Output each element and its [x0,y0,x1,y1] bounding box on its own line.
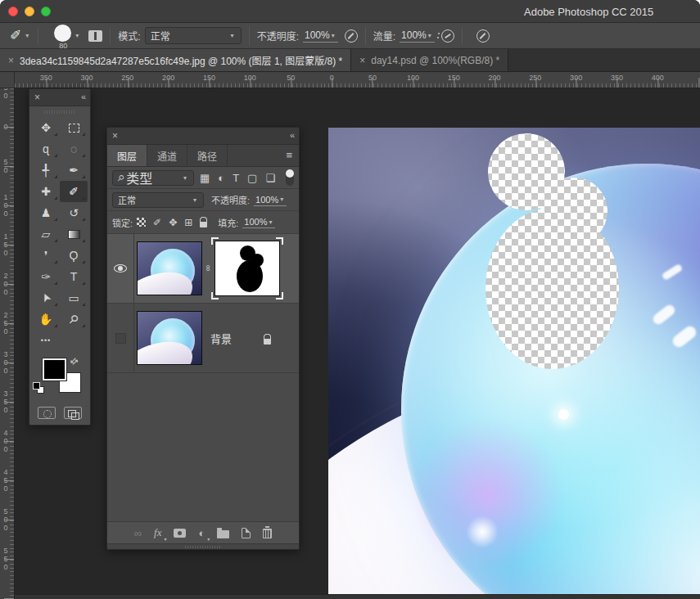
chevron-down-icon: ▾ [269,218,272,226]
eraser-tool[interactable]: ▱ [32,223,60,245]
lock-position-icon[interactable]: ✥ [169,217,177,228]
chevron-down-icon[interactable]: ▾ [25,32,29,39]
canvas[interactable] [328,128,700,594]
vertical-ruler[interactable]: 50050100150200250300350400450500550 [0,88,15,599]
gradient-tool[interactable] [60,223,88,245]
filter-type-layers-icon[interactable]: T [233,172,239,184]
visibility-column[interactable] [107,234,134,303]
panel-tab-通道[interactable]: 通道 [147,145,187,166]
ruler-origin-corner[interactable] [0,72,15,88]
separator [365,27,366,45]
lock-transparency-icon[interactable] [137,218,146,227]
zoom-tool[interactable]: ⚲ [60,309,88,330]
layer-opacity-input[interactable]: 100% ▾ [254,194,287,206]
zoom-window-button[interactable] [41,7,51,16]
brush-tip-picker[interactable]: 80 [52,24,74,48]
filter-switch-toggle[interactable] [286,169,294,186]
screen-mode-button[interactable] [64,407,82,419]
delete-layer-icon[interactable] [263,527,272,538]
layer-row-2[interactable]: 背景 [107,304,299,373]
lasso-tool[interactable]: ɋ [32,138,60,160]
minimize-window-button[interactable] [25,7,34,16]
lock-artboard-icon[interactable]: ⊞ [184,217,192,228]
layer-style-icon[interactable]: fx▾ [154,526,161,539]
close-tab-icon[interactable]: × [359,55,365,66]
foreground-color-swatch[interactable] [43,358,66,381]
blend-mode-row: 正常 ▾ 不透明度: 100% ▾ [107,189,299,211]
brush-preset-icon[interactable]: ✐ [10,27,21,44]
add-layer-mask-icon[interactable] [174,529,186,538]
path-selection-tool[interactable]: ➤ [32,287,60,309]
filter-adjustment-layers-icon[interactable]: ◐ [218,172,224,184]
fill-input[interactable]: 100% ▾ [242,216,275,228]
rectangular-marquee-tool-icon [69,124,79,133]
edit-toolbar[interactable]: ••• [32,330,60,351]
tools-panel-header[interactable]: × « [29,89,90,106]
filter-pixel-layers-icon[interactable]: ▦ [200,172,210,184]
layer-row-1[interactable]: ∞ [107,234,299,304]
close-window-button[interactable] [8,7,18,16]
close-tab-icon[interactable]: × [8,55,14,66]
panel-resize-grip[interactable] [107,543,299,549]
opacity-pressure-icon[interactable] [345,29,358,43]
airbrush-icon[interactable] [441,29,454,43]
spot-healing-brush-tool[interactable]: ✚ [32,181,60,202]
mask-link-icon[interactable]: ∞ [204,263,214,275]
pen-tool[interactable]: ✑ [32,266,60,287]
eyedropper-tool[interactable]: ✒ [60,160,88,181]
new-adjustment-layer-icon[interactable]: ◐▾ [198,527,205,539]
document-tab[interactable]: ×3dea34c1159845d2a47287e5c16fc49e.jpg @ … [0,49,351,71]
close-icon[interactable]: × [34,92,40,103]
opacity-input[interactable]: 100% ▾ [303,29,338,43]
panel-menu-icon[interactable]: ≡ [286,149,292,161]
new-group-icon[interactable] [217,528,229,538]
rectangle-tool[interactable]: ▭ [60,287,88,309]
visibility-column[interactable] [107,304,134,372]
move-tool[interactable]: ✥ [32,117,60,138]
brush-tool[interactable]: ✐ [60,181,88,202]
history-brush-tool[interactable]: ↺ [60,202,88,223]
quick-mask-button[interactable] [38,407,56,419]
delete-layer-icon [263,529,272,538]
panel-drag-grip[interactable] [44,108,75,115]
layer-blend-mode-select[interactable]: 正常 ▾ [112,192,204,208]
filter-smart-objects-icon[interactable]: ❏ [265,172,275,184]
lock-paint-icon[interactable]: ✐ [153,217,161,228]
toggle-brush-panel-icon[interactable] [88,30,102,42]
clone-stamp-tool[interactable]: ♟ [32,202,60,223]
blur-tool[interactable]: ❜ [32,245,60,266]
collapse-icon[interactable]: « [290,130,294,140]
chevron-down-icon[interactable]: ▾ [75,32,79,39]
ruler-number: 0 [2,123,10,131]
filter-shape-layers-icon[interactable]: ▢ [247,172,257,184]
eye-empty-well[interactable] [115,333,126,344]
layer-thumbnail[interactable] [137,241,202,295]
blend-mode-select[interactable]: 正常 ▾ [145,27,242,44]
filter-kind-select[interactable]: ⚲ 类型 ▾ [112,170,194,186]
default-colors-icon[interactable] [33,382,46,395]
layers-panel-tabs: 图层通道路径≡ [107,145,299,167]
quick-selection-tool[interactable]: ◌ [60,138,88,160]
lock-all-icon[interactable] [200,222,207,227]
panel-tab-图层[interactable]: 图层 [107,145,147,166]
link-layers-icon[interactable]: ∞ [134,527,142,539]
collapse-icon[interactable]: « [81,92,85,101]
horizontal-ruler[interactable]: 3503002502001501005005010015020025030035… [15,72,700,88]
crop-tool[interactable]: ╃ [32,160,60,181]
hand-tool[interactable]: ✋ [32,309,60,330]
layers-panel-header[interactable]: × « [107,128,299,145]
rectangular-marquee-tool[interactable] [60,117,88,138]
layer-thumbnail[interactable] [137,311,202,365]
new-layer-icon[interactable] [242,528,251,538]
flow-input[interactable]: 100% ▾ [400,29,435,43]
swap-colors-icon[interactable]: ⇆ [68,355,81,368]
type-tool[interactable]: T [60,266,88,287]
dodge-tool[interactable]: Ϙ [60,245,88,266]
close-icon[interactable]: × [112,130,118,142]
size-pressure-icon[interactable] [476,29,490,43]
panel-tab-路径[interactable]: 路径 [187,145,228,166]
layer-mask-thumbnail[interactable] [215,241,280,296]
document-tab[interactable]: ×day14.psd @ 100%(RGB/8) * [351,49,508,71]
eye-icon[interactable] [114,264,127,272]
add-layer-mask-icon [174,529,186,538]
